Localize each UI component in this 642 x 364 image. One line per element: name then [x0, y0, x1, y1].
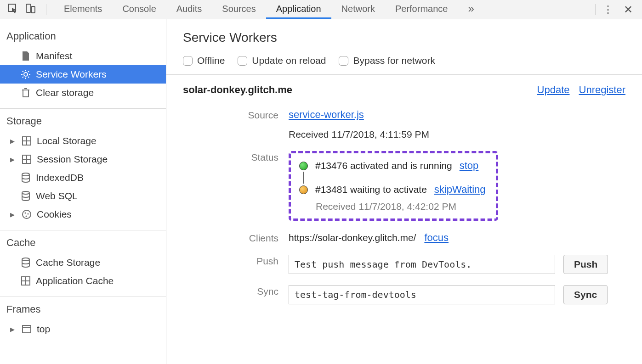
svg-point-9: [25, 213, 26, 214]
tab-performance[interactable]: Performance: [385, 0, 458, 19]
devtools-toolbar: Elements Console Audits Sources Applicat…: [0, 0, 642, 19]
inspect-icon[interactable]: [7, 3, 18, 16]
sidebar-item-application-cache[interactable]: Application Cache: [0, 272, 166, 290]
stop-link[interactable]: stop: [460, 160, 479, 172]
sidebar-item-cache-storage[interactable]: Cache Storage: [0, 253, 166, 272]
label-source: Source: [183, 109, 289, 121]
sidebar-item-websql[interactable]: Web SQL: [0, 187, 166, 205]
client-url: https://solar-donkey.glitch.me/: [289, 232, 416, 243]
push-input[interactable]: [289, 255, 555, 274]
sidebar-item-top-frame[interactable]: ▶ top: [0, 320, 166, 338]
received-time: 11/7/2018, 4:11:59 PM: [331, 129, 429, 140]
status-dot-active-icon: [299, 162, 308, 170]
frame-icon: [21, 324, 32, 335]
tab-elements[interactable]: Elements: [54, 0, 112, 19]
sync-input[interactable]: [289, 285, 555, 304]
focus-link[interactable]: focus: [424, 232, 449, 244]
svg-rect-2: [31, 6, 35, 13]
waiting-received-time: 11/7/2018, 4:42:02 PM: [358, 201, 456, 212]
tab-audits[interactable]: Audits: [166, 0, 212, 19]
checkbox-label: Offline: [197, 55, 225, 66]
sidebar-item-manifest[interactable]: Manifest: [0, 47, 166, 65]
sidebar-item-service-workers[interactable]: Service Workers: [0, 65, 166, 84]
source-file-link[interactable]: service-worker.js: [289, 109, 364, 120]
gear-icon: [20, 69, 31, 80]
checkbox-label: Update on reload: [252, 55, 326, 66]
push-button[interactable]: Push: [563, 255, 608, 274]
sync-button[interactable]: Sync: [563, 285, 608, 304]
tabs-overflow[interactable]: »: [458, 0, 484, 19]
sidebar-item-label: Session Storage: [37, 154, 108, 165]
sidebar-item-label: Clear storage: [36, 87, 94, 98]
sidebar-item-session-storage[interactable]: ▶ Session Storage: [0, 150, 166, 168]
sidebar-item-indexeddb[interactable]: IndexedDB: [0, 168, 166, 187]
chevron-right-icon: ▶: [10, 211, 17, 218]
kebab-icon[interactable]: ⋮: [603, 4, 613, 16]
tab-sources[interactable]: Sources: [212, 0, 266, 19]
checkbox-bypass-for-network[interactable]: Bypass for network: [339, 55, 435, 66]
application-sidebar: Application Manifest Service Workers Cle…: [0, 19, 166, 364]
checkbox-update-on-reload[interactable]: Update on reload: [238, 55, 326, 66]
status-waiting-text: #13481 waiting to activate: [315, 184, 427, 195]
device-icon[interactable]: [25, 3, 36, 16]
sidebar-item-local-storage[interactable]: ▶ Local Storage: [0, 132, 166, 150]
checkbox-offline[interactable]: Offline: [183, 55, 225, 66]
grid-icon: [20, 275, 31, 286]
update-link[interactable]: Update: [537, 84, 570, 96]
sidebar-item-cookies[interactable]: ▶ Cookies: [0, 205, 166, 224]
sidebar-item-label: IndexedDB: [36, 172, 84, 183]
status-active-text: #13476 activated and is running: [315, 160, 452, 171]
panel-title: Service Workers: [183, 30, 625, 45]
chevron-right-icon: ▶: [10, 326, 17, 333]
svg-point-6: [22, 173, 29, 176]
group-storage: Storage: [0, 111, 166, 132]
checkbox-icon: [339, 56, 348, 66]
received-label: Received: [289, 129, 329, 140]
label-sync: Sync: [183, 285, 289, 297]
svg-point-3: [24, 73, 28, 76]
group-application: Application: [0, 26, 166, 47]
unregister-link[interactable]: Unregister: [579, 84, 625, 96]
tab-network[interactable]: Network: [331, 0, 385, 19]
sidebar-item-label: Application Cache: [36, 275, 114, 286]
service-workers-panel: Service Workers Offline Update on reload…: [166, 19, 642, 364]
label-push: Push: [183, 255, 289, 267]
sidebar-item-label: Cookies: [37, 209, 72, 220]
sidebar-item-label: Web SQL: [36, 190, 78, 202]
sidebar-item-clear-storage[interactable]: Clear storage: [0, 84, 166, 102]
chevron-right-icon: ▶: [10, 138, 17, 145]
checkbox-label: Bypass for network: [353, 55, 435, 66]
grid-icon: [21, 154, 32, 165]
sidebar-item-label: Local Storage: [37, 135, 97, 146]
svg-point-8: [23, 210, 31, 218]
file-icon: [20, 50, 31, 62]
skipwaiting-link[interactable]: skipWaiting: [434, 184, 486, 196]
checkbox-icon: [183, 56, 193, 66]
group-frames: Frames: [0, 299, 166, 320]
tab-console[interactable]: Console: [112, 0, 166, 19]
svg-point-12: [22, 258, 29, 261]
chevron-right-icon: ▶: [10, 156, 17, 163]
label-clients: Clients: [183, 232, 289, 244]
origin-heading: solar-donkey.glitch.me: [183, 84, 292, 96]
tab-application[interactable]: Application: [266, 0, 331, 19]
svg-rect-1: [26, 4, 31, 12]
label-status: Status: [183, 151, 289, 163]
svg-point-10: [28, 213, 29, 215]
trash-icon: [20, 87, 31, 98]
group-cache: Cache: [0, 232, 166, 253]
database-icon: [20, 190, 31, 202]
sidebar-item-label: Service Workers: [36, 69, 107, 80]
database-icon: [20, 172, 31, 183]
svg-point-11: [26, 216, 27, 217]
cookie-icon: [21, 209, 32, 220]
close-icon[interactable]: ✕: [624, 3, 633, 16]
sidebar-item-label: top: [37, 324, 50, 335]
panel-tabs: Elements Console Audits Sources Applicat…: [54, 0, 588, 19]
sidebar-item-label: Cache Storage: [36, 257, 100, 268]
svg-rect-14: [23, 325, 31, 333]
database-icon: [20, 257, 31, 268]
waiting-received-label: Received: [316, 201, 356, 212]
status-dot-waiting-icon: [299, 185, 308, 194]
sidebar-item-label: Manifest: [36, 50, 72, 62]
